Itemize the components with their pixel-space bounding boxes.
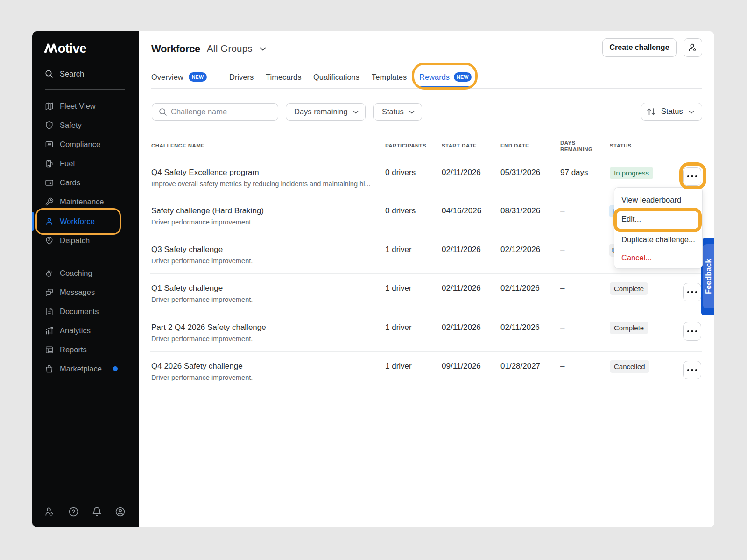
svg-text:otive: otive <box>58 41 87 55</box>
